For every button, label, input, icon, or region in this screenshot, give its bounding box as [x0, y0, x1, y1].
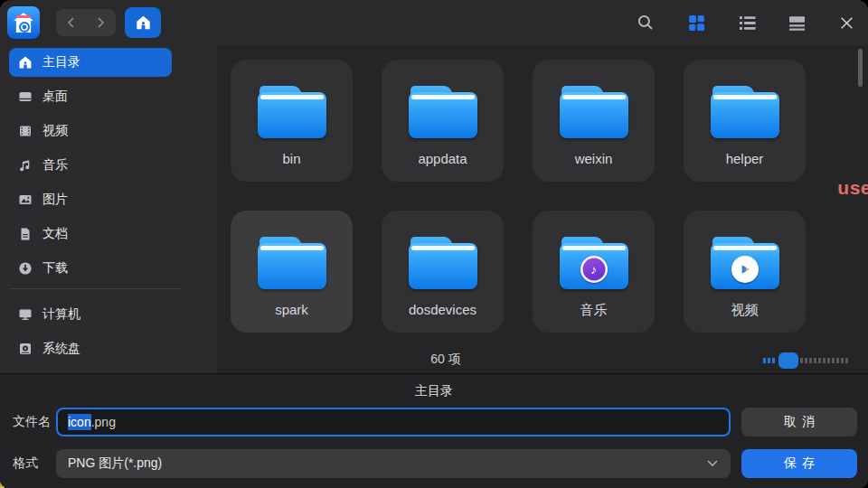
sidebar-item-label: 文档	[42, 226, 68, 242]
save-panel: 主目录 文件名 icon.png 取消 格式 PNG 图片(*.png) 保存	[0, 374, 868, 488]
chevron-down-icon	[707, 460, 718, 467]
sidebar-item-pictures[interactable]: 图片	[9, 185, 172, 214]
folder-name: 视频	[731, 302, 759, 319]
sidebar-item-label: 计算机	[42, 306, 80, 323]
close-button[interactable]	[837, 14, 855, 32]
back-button[interactable]	[56, 9, 86, 36]
home-icon	[135, 14, 152, 31]
sidebar: 主目录 桌面 视频 音乐	[0, 45, 217, 373]
sidebar-item-label: 系统盘	[42, 341, 80, 357]
folder-tile-music[interactable]: ♪ 音乐	[533, 211, 655, 333]
sidebar-item-home[interactable]: 主目录	[9, 48, 172, 77]
detail-view-button[interactable]	[788, 14, 806, 32]
chevron-left-icon	[67, 16, 75, 29]
video-folder-icon	[711, 237, 779, 289]
music-icon	[18, 158, 33, 173]
folder-name: dosdevices	[409, 302, 476, 317]
folder-tile-spark[interactable]: spark	[231, 211, 353, 333]
sidebar-item-label: 视频	[42, 123, 68, 139]
app-logo-icon	[7, 6, 40, 39]
folder-icon	[409, 237, 477, 289]
filename-extension-text: .png	[91, 415, 116, 429]
search-button[interactable]	[637, 14, 655, 32]
sidebar-item-label: 桌面	[42, 89, 68, 105]
folder-icon	[711, 86, 779, 138]
sidebar-item-system-disk[interactable]: 系统盘	[9, 334, 172, 363]
item-count: 60 项	[430, 352, 460, 368]
detail-view-icon	[788, 15, 806, 31]
sidebar-item-videos[interactable]: 视频	[9, 117, 172, 145]
music-note-badge-icon: ♪	[580, 256, 608, 283]
grid-view-button[interactable]	[687, 14, 705, 32]
document-icon	[18, 227, 33, 241]
sidebar-item-volume[interactable]: 157.9 GB 卷	[9, 369, 172, 373]
home-icon	[18, 55, 33, 70]
folder-tile-appdata[interactable]: appdata	[382, 60, 504, 182]
folder-name: bin	[282, 151, 300, 166]
file-grid-area: bin appdata weixin helper spark	[217, 45, 868, 373]
current-path-label: 主目录	[0, 383, 868, 399]
folder-name: appdata	[418, 151, 467, 166]
slider-track-filled	[763, 358, 777, 363]
folder-icon	[560, 86, 628, 138]
format-dropdown[interactable]: PNG 图片(*.png)	[56, 449, 731, 478]
folder-tile-bin[interactable]: bin	[231, 60, 353, 182]
folder-name: spark	[275, 302, 308, 317]
save-button[interactable]: 保存	[741, 449, 857, 478]
folder-name: weixin	[575, 151, 613, 166]
icon-size-slider[interactable]	[763, 351, 850, 371]
folder-tile-helper[interactable]: helper	[684, 60, 806, 182]
folder-tile-videos[interactable]: 视频	[684, 211, 806, 333]
search-icon	[637, 14, 655, 32]
folder-name: 音乐	[580, 302, 608, 319]
sidebar-item-music[interactable]: 音乐	[9, 151, 172, 180]
slider-track-empty	[800, 358, 850, 363]
close-icon	[839, 15, 854, 31]
computer-icon	[18, 307, 33, 322]
sidebar-item-computer[interactable]: 计算机	[9, 300, 172, 329]
slider-handle[interactable]	[778, 352, 798, 369]
music-folder-icon: ♪	[560, 237, 628, 289]
folder-tile-dosdevices[interactable]: dosdevices	[382, 211, 504, 333]
image-icon	[18, 192, 33, 207]
folder-icon	[258, 86, 326, 138]
filename-input[interactable]: icon.png	[56, 408, 731, 436]
play-badge-icon	[731, 256, 759, 283]
sidebar-divider	[9, 288, 181, 289]
grid-view-icon	[688, 14, 705, 32]
format-value: PNG 图片(*.png)	[68, 455, 162, 472]
sidebar-item-documents[interactable]: 文档	[9, 220, 172, 249]
list-view-button[interactable]	[738, 14, 756, 32]
video-icon	[18, 124, 33, 138]
list-view-icon	[739, 15, 756, 31]
folder-name: helper	[726, 151, 764, 166]
home-button[interactable]	[125, 7, 161, 38]
chevron-right-icon	[97, 16, 105, 29]
filename-selected-text: icon	[68, 414, 91, 430]
sidebar-item-label: 下载	[42, 260, 68, 277]
vertical-scrollbar[interactable]	[858, 49, 863, 87]
cancel-button[interactable]: 取消	[741, 408, 857, 436]
folder-icon	[409, 86, 477, 138]
folder-icon	[258, 237, 326, 289]
download-icon	[18, 261, 33, 276]
sidebar-item-desktop[interactable]: 桌面	[9, 82, 172, 111]
filename-label: 文件名	[13, 414, 56, 430]
red-overlay-text: use	[837, 177, 868, 199]
file-save-dialog-window: 主目录 桌面 视频 音乐	[0, 0, 868, 488]
desktop-icon	[18, 89, 33, 104]
status-bar: 60 项	[217, 348, 868, 373]
forward-button[interactable]	[86, 9, 116, 36]
format-label: 格式	[13, 455, 56, 472]
disk-icon	[18, 342, 33, 356]
nav-button-group	[56, 9, 116, 36]
titlebar	[0, 0, 868, 45]
folder-tile-weixin[interactable]: weixin	[533, 60, 655, 182]
sidebar-item-label: 音乐	[42, 157, 68, 174]
sidebar-item-label: 图片	[42, 192, 68, 208]
folder-grid: bin appdata weixin helper spark	[231, 60, 806, 333]
sidebar-item-label: 主目录	[42, 54, 80, 70]
sidebar-item-downloads[interactable]: 下载	[9, 254, 172, 283]
